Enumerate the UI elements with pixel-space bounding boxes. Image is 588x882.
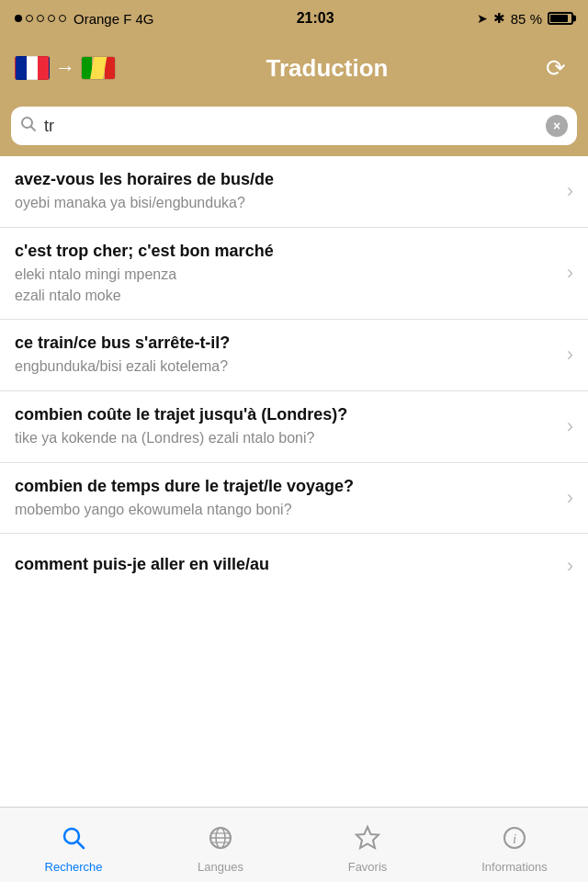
tab-favoris-label: Favoris	[348, 860, 388, 874]
result-french-4: combien de temps dure le trajet/le voyag…	[15, 476, 558, 497]
result-french-0: avez-vous les horaires de bus/de	[15, 169, 558, 190]
flag-france	[15, 56, 50, 80]
svg-line-1	[31, 126, 36, 130]
result-text-0: avez-vous les horaires de bus/de oyebi m…	[15, 169, 567, 214]
tab-langues[interactable]: Langues	[147, 817, 294, 874]
nav-bar: → Traduction ⟳	[0, 37, 588, 99]
arrow-icon: →	[55, 56, 75, 80]
star-tab-icon	[354, 824, 381, 856]
info-tab-icon: i	[501, 824, 528, 856]
search-icon	[20, 116, 37, 137]
battery-icon	[548, 12, 573, 25]
status-left: Orange F 4G	[15, 11, 153, 27]
signal-dot-5	[59, 15, 66, 22]
result-french-2: ce train/ce bus s'arrête-t-il?	[15, 333, 558, 354]
refresh-icon: ⟳	[546, 54, 566, 83]
result-lingala-3: tike ya kokende na (Londres) ezali ntalo…	[15, 428, 558, 448]
network-label: 4G	[135, 11, 153, 27]
tab-informations[interactable]: i Informations	[441, 817, 588, 874]
status-time: 21:03	[297, 10, 334, 27]
result-lingala-0: oyebi manaka ya bisi/engbunduka?	[15, 193, 558, 213]
signal-dot-3	[37, 15, 44, 22]
search-tab-icon	[60, 824, 87, 856]
search-clear-button[interactable]: ×	[546, 115, 568, 137]
refresh-button[interactable]: ⟳	[538, 51, 573, 85]
result-french-3: combien coûte le trajet jusqu'à (Londres…	[15, 404, 558, 425]
tab-recherche-label: Recherche	[45, 860, 103, 874]
result-item[interactable]: ce train/ce bus s'arrête-t-il? engbunduk…	[0, 320, 588, 391]
result-item[interactable]: comment puis-je aller en ville/au ›	[0, 534, 588, 598]
content: × avez-vous les horaires de bus/de oyebi…	[0, 99, 588, 673]
result-french-5: comment puis-je aller en ville/au	[15, 554, 558, 575]
clear-icon: ×	[553, 119, 560, 133]
battery-percent: 85 %	[511, 11, 542, 27]
status-bar: Orange F 4G 21:03 ➤ ✱ 85 %	[0, 0, 588, 37]
tab-informations-label: Informations	[481, 860, 548, 874]
location-icon: ➤	[477, 11, 488, 26]
tab-bar: Recherche Langues Favoris i	[0, 807, 588, 882]
result-text-3: combien coûte le trajet jusqu'à (Londres…	[15, 404, 567, 449]
tab-favoris[interactable]: Favoris	[294, 817, 441, 874]
chevron-icon-4: ›	[567, 486, 573, 510]
result-text-2: ce train/ce bus s'arrête-t-il? engbunduk…	[15, 333, 567, 378]
flag-red	[105, 57, 115, 80]
svg-text:i: i	[513, 831, 516, 846]
battery-fill	[550, 15, 568, 22]
chevron-icon-5: ›	[567, 554, 573, 578]
results-list: avez-vous les horaires de bus/de oyebi m…	[0, 156, 588, 598]
tab-langues-label: Langues	[198, 860, 243, 874]
result-item[interactable]: c'est trop cher; c'est bon marché eleki …	[0, 228, 588, 320]
result-text-5: comment puis-je aller en ville/au	[15, 554, 567, 578]
chevron-icon-0: ›	[567, 179, 573, 203]
signal-dot-1	[15, 15, 22, 22]
nav-title: Traduction	[266, 54, 389, 83]
flag-group: →	[15, 56, 116, 80]
result-item[interactable]: combien coûte le trajet jusqu'à (Londres…	[0, 391, 588, 463]
search-input[interactable]	[44, 117, 546, 136]
result-french-1: c'est trop cher; c'est bon marché	[15, 241, 558, 262]
signal-dot-2	[26, 15, 33, 22]
chevron-icon-3: ›	[567, 414, 573, 438]
globe-tab-icon	[207, 824, 234, 856]
carrier-label: Orange F	[74, 11, 131, 27]
svg-marker-9	[356, 827, 379, 848]
search-bar: ×	[0, 99, 588, 156]
chevron-icon-1: ›	[567, 261, 573, 285]
result-lingala-1: eleki ntalo mingi mpenza ezali ntalo mok…	[15, 265, 558, 306]
tab-recherche[interactable]: Recherche	[0, 817, 147, 874]
flag-congo-inner	[82, 57, 115, 80]
signal-dot-4	[48, 15, 55, 22]
result-item[interactable]: avez-vous les horaires de bus/de oyebi m…	[0, 156, 588, 228]
chevron-icon-2: ›	[567, 343, 573, 367]
result-text-1: c'est trop cher; c'est bon marché eleki …	[15, 241, 567, 306]
bluetooth-icon: ✱	[493, 10, 505, 27]
result-lingala-2: engbunduka/bisi ezali kotelema?	[15, 356, 558, 377]
result-lingala-4: mobembo yango ekowumela ntango boni?	[15, 500, 558, 520]
result-text-4: combien de temps dure le trajet/le voyag…	[15, 476, 567, 521]
status-right: ➤ ✱ 85 %	[477, 10, 573, 27]
result-item[interactable]: combien de temps dure le trajet/le voyag…	[0, 463, 588, 535]
flag-congo	[81, 56, 116, 80]
search-input-wrapper: ×	[11, 107, 577, 145]
svg-line-3	[77, 842, 84, 848]
